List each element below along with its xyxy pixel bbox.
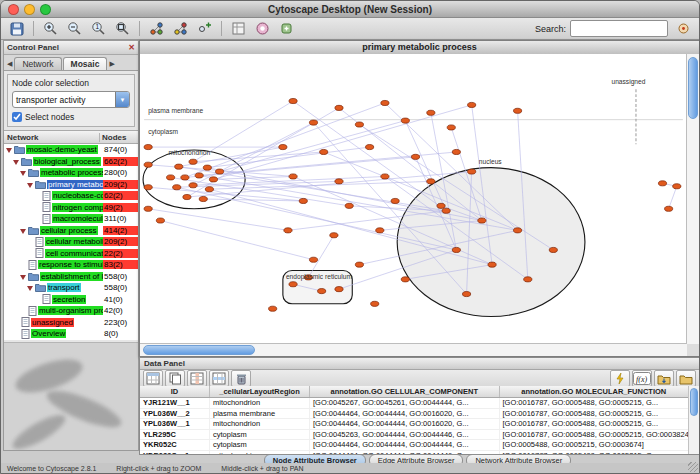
network-node[interactable] (468, 169, 476, 174)
tree-row[interactable]: primary metaboli209(2) (4, 179, 138, 191)
expander-icon[interactable] (13, 158, 20, 165)
network-node[interactable] (478, 218, 486, 223)
vizmap-icon[interactable] (251, 18, 274, 39)
import-table-icon[interactable] (654, 370, 674, 387)
network-node[interactable] (205, 187, 213, 192)
attribute-table-header[interactable]: ID_cellularLayoutRegionannotation.GO CEL… (140, 386, 689, 398)
network-node[interactable] (401, 118, 409, 123)
scrollbar-thumb[interactable] (688, 57, 698, 119)
network-node[interactable] (514, 108, 522, 113)
network-node[interactable] (345, 203, 353, 208)
network-node[interactable] (156, 218, 164, 223)
layout-icon[interactable] (227, 18, 250, 39)
resize-grip[interactable] (688, 462, 698, 472)
network-node[interactable] (181, 175, 189, 180)
search-input[interactable] (570, 20, 668, 37)
network-node[interactable] (299, 198, 307, 203)
network-node[interactable] (335, 105, 343, 110)
network-node[interactable] (284, 228, 292, 233)
tree-row[interactable]: establishment of lo558(0) (4, 271, 138, 283)
network-node[interactable] (289, 98, 297, 103)
network-node[interactable] (330, 233, 338, 238)
network-node[interactable] (279, 145, 287, 150)
network-node[interactable] (673, 184, 681, 189)
network-node[interactable] (183, 194, 191, 199)
zoom-fit-icon[interactable] (111, 18, 134, 39)
network-node[interactable] (355, 122, 363, 127)
table-column-header[interactable]: ID (140, 386, 210, 397)
network-node[interactable] (437, 203, 445, 208)
save-icon[interactable] (5, 18, 28, 39)
scrollbar-thumb[interactable] (690, 388, 698, 416)
network-node[interactable] (144, 185, 152, 190)
network-horizontal-scrollbar[interactable] (140, 343, 687, 356)
network-node[interactable] (269, 306, 277, 311)
table-vertical-scrollbar[interactable] (688, 386, 699, 454)
trash-icon[interactable] (231, 370, 251, 387)
network-node[interactable] (216, 169, 224, 174)
network-view-title[interactable]: primary metabolic process (140, 41, 699, 55)
tab-scroll-left-icon[interactable]: ◀ (6, 60, 13, 70)
control-panel-tab-network[interactable]: Network (14, 57, 61, 70)
tree-row[interactable]: cellular process414(2) (4, 225, 138, 237)
network-node[interactable] (514, 228, 522, 233)
network-node[interactable] (411, 154, 419, 159)
network-node[interactable] (195, 173, 203, 178)
tree-row[interactable]: cellular metaboli209(2) (4, 236, 138, 248)
network-node[interactable] (289, 174, 297, 179)
zoom-out-icon[interactable] (63, 18, 86, 39)
network-view-icon[interactable] (145, 18, 168, 39)
network-node[interactable] (189, 183, 197, 188)
network-node[interactable] (442, 208, 450, 213)
network-node[interactable] (549, 247, 557, 252)
tree-row[interactable]: mosaic-demo-yeast874(0) (4, 144, 138, 156)
network-node[interactable] (167, 175, 175, 180)
expander-icon[interactable] (20, 169, 27, 176)
network-node[interactable] (381, 174, 389, 179)
search-options-icon[interactable] (672, 18, 695, 39)
network-node[interactable] (524, 277, 532, 282)
tree-row[interactable]: transport558(0) (4, 282, 138, 294)
network-node[interactable] (309, 120, 317, 125)
network-node[interactable] (427, 110, 435, 115)
network-node[interactable] (401, 277, 409, 282)
table-row[interactable]: YJR121W__1mitochondrion[GO:0045267, GO:0… (140, 398, 689, 409)
network-node[interactable] (427, 179, 435, 184)
network-node[interactable] (658, 181, 666, 186)
network-node[interactable] (381, 100, 389, 105)
network-node[interactable] (376, 228, 384, 233)
network-node[interactable] (320, 149, 328, 154)
network-node[interactable] (371, 301, 379, 306)
tree-row[interactable]: Overview8(0) (4, 328, 138, 340)
network-node[interactable] (391, 198, 399, 203)
network-node[interactable] (452, 247, 460, 252)
tree-row[interactable]: nucleobase-co62(2) (4, 190, 138, 202)
expander-icon[interactable] (20, 227, 27, 234)
tree-row[interactable]: cell communicat22(2) (4, 248, 138, 260)
delete-attribute-icon[interactable] (187, 370, 207, 387)
overview-thumbnail[interactable] (4, 342, 138, 450)
control-panel-tab-mosaic[interactable]: Mosaic (63, 57, 108, 70)
color-attribute-select[interactable]: transporter activity ▼ (12, 91, 130, 108)
network-node[interactable] (175, 164, 183, 169)
tree-row[interactable]: unassigned223(0) (4, 317, 138, 329)
function-icon[interactable]: f(x) (632, 370, 652, 387)
table-column-header[interactable]: _cellularLayoutRegion (210, 386, 310, 397)
network-node[interactable] (355, 262, 363, 267)
tree-row[interactable]: response to stimulu83(2) (4, 259, 138, 271)
expander-icon[interactable] (20, 273, 27, 280)
clear-attribute-icon[interactable] (209, 370, 229, 387)
table-row[interactable]: YPL036W__2plasma membrane[GO:0044464, GO… (140, 409, 689, 420)
network-node[interactable] (447, 125, 455, 130)
table-row[interactable]: YLR295Ccytoplasm[GO:0045263, GO:0044444,… (140, 430, 689, 441)
network-node[interactable] (199, 196, 207, 201)
node-selection-icon[interactable] (169, 18, 192, 39)
tree-row[interactable]: multi-organism pro42(0) (4, 305, 138, 317)
network-node[interactable] (144, 145, 152, 150)
table-column-header[interactable]: annotation.GO MOLECULAR_FUNCTION (500, 386, 690, 397)
expand-nodes-icon[interactable] (193, 18, 216, 39)
zoom-one-icon[interactable]: 1 (87, 18, 110, 39)
create-attribute-icon[interactable] (165, 370, 185, 387)
network-node[interactable] (665, 206, 673, 211)
title-bar[interactable]: Cytoscape Desktop (New Session) (1, 1, 699, 18)
